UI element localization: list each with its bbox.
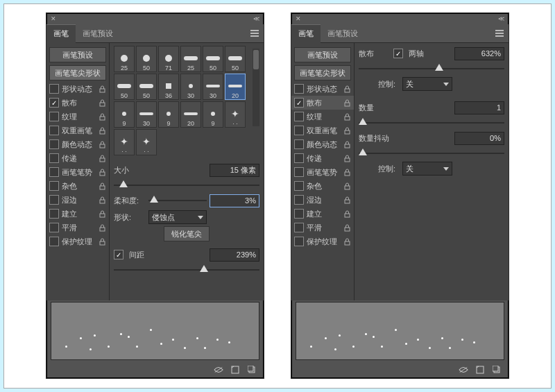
brush-preset-cell[interactable]: 50 [114, 74, 135, 100]
grid-scrollbar[interactable] [253, 49, 259, 126]
brush-preset-cell[interactable]: ✦· · [114, 129, 135, 155]
tab-brush-presets[interactable]: 画笔预设 [76, 24, 120, 42]
lock-icon[interactable] [99, 113, 106, 121]
lock-icon[interactable] [343, 238, 351, 246]
sidebar-item-2[interactable]: 纹理 [46, 110, 109, 123]
sidebar-item-10[interactable]: 平滑 [46, 221, 109, 235]
close-icon[interactable]: ✕ [296, 15, 301, 22]
brush-preset-cell[interactable]: 20 [180, 101, 201, 128]
lock-icon[interactable] [343, 127, 351, 135]
brush-preset-cell[interactable]: 50 [225, 46, 246, 72]
create-brush-icon[interactable] [492, 365, 502, 375]
sidebar-item-6[interactable]: 画笔笔势 [291, 165, 354, 179]
option-checkbox[interactable] [294, 112, 304, 121]
brush-preset-cell[interactable]: 9 [158, 101, 179, 128]
brush-preset-cell[interactable]: 30 [180, 74, 201, 100]
option-checkbox[interactable] [294, 126, 304, 135]
toggle-preview-icon[interactable] [214, 365, 223, 375]
option-checkbox[interactable] [294, 181, 304, 191]
sidebar-item-0[interactable]: 形状动态 [291, 82, 354, 96]
scatter-slider[interactable] [359, 62, 504, 75]
scatter-input[interactable]: 632% [454, 47, 504, 60]
new-preset-icon[interactable] [230, 365, 240, 375]
sidebar-item-7[interactable]: 杂色 [46, 179, 109, 193]
option-checkbox[interactable] [49, 98, 59, 108]
sidebar-item-8[interactable]: 湿边 [291, 193, 354, 207]
count-slider[interactable] [359, 117, 504, 129]
brush-preset-cell[interactable]: 30 [136, 101, 157, 128]
option-checkbox[interactable] [49, 112, 59, 121]
spacing-input[interactable]: 239% [210, 248, 259, 262]
lock-icon[interactable] [343, 155, 351, 162]
brush-preset-cell[interactable]: 30 [203, 74, 223, 100]
lock-icon[interactable] [99, 85, 106, 93]
lock-icon[interactable] [343, 169, 351, 176]
option-checkbox[interactable] [294, 153, 304, 163]
sidebar-item-1[interactable]: 散布 [46, 96, 109, 110]
sidebar-item-6[interactable]: 画笔笔势 [46, 165, 109, 179]
option-checkbox[interactable] [294, 195, 304, 205]
sidebar-item-3[interactable]: 双重画笔 [291, 123, 354, 137]
option-checkbox[interactable] [49, 139, 59, 149]
sidebar-item-9[interactable]: 建立 [291, 207, 354, 221]
new-preset-icon[interactable] [475, 365, 485, 375]
option-checkbox[interactable] [294, 84, 304, 94]
option-checkbox[interactable] [49, 195, 59, 205]
lock-icon[interactable] [99, 182, 106, 190]
sidebar-item-3[interactable]: 双重画笔 [46, 123, 109, 137]
collapse-icon[interactable]: ≪ [253, 15, 259, 22]
brush-preset-cell[interactable]: 50 [203, 46, 223, 72]
option-checkbox[interactable] [294, 167, 304, 177]
spacing-slider[interactable] [114, 264, 259, 276]
sidebar-btn-tip-shape[interactable]: 画笔笔尖形状 [49, 65, 106, 80]
create-brush-icon[interactable] [247, 365, 257, 375]
sidebar-btn-tip-shape[interactable]: 画笔笔尖形状 [294, 65, 351, 80]
option-checkbox[interactable] [49, 181, 59, 191]
option-checkbox[interactable] [49, 167, 59, 177]
close-icon[interactable]: ✕ [51, 15, 56, 22]
brush-preset-cell[interactable]: 9 [203, 101, 223, 128]
sidebar-item-5[interactable]: 传递 [46, 151, 109, 165]
sidebar-item-2[interactable]: 纹理 [291, 110, 354, 123]
lock-icon[interactable] [99, 169, 106, 176]
sharpen-tip-button[interactable]: 锐化笔尖 [164, 226, 210, 241]
panel-menu-icon[interactable] [246, 24, 264, 42]
size-input[interactable]: 15 像素 [210, 164, 259, 177]
lock-icon[interactable] [99, 99, 106, 107]
option-checkbox[interactable] [294, 209, 304, 219]
lock-icon[interactable] [343, 210, 351, 218]
brush-preset-cell[interactable]: 36 [158, 74, 179, 100]
sidebar-item-5[interactable]: 传递 [291, 151, 354, 165]
brush-preset-cell[interactable]: 20 [225, 74, 246, 100]
sidebar-item-9[interactable]: 建立 [46, 207, 109, 221]
sidebar-item-4[interactable]: 颜色动态 [291, 137, 354, 151]
lock-icon[interactable] [343, 85, 351, 93]
brush-preset-cell[interactable]: 25 [180, 46, 201, 72]
brush-preset-cell[interactable]: 50 [136, 74, 157, 100]
option-checkbox[interactable] [294, 237, 304, 246]
count-jitter-slider[interactable] [359, 147, 504, 160]
sidebar-item-0[interactable]: 形状动态 [46, 82, 109, 96]
tab-brush[interactable]: 画笔 [291, 24, 321, 43]
softness-slider[interactable] [148, 194, 207, 207]
option-checkbox[interactable] [294, 223, 304, 232]
lock-icon[interactable] [99, 210, 106, 218]
sidebar-item-11[interactable]: 保护纹理 [291, 235, 354, 248]
sidebar-btn-presets[interactable]: 画笔预设 [294, 47, 351, 62]
lock-icon[interactable] [343, 224, 351, 232]
size-slider[interactable] [114, 179, 259, 191]
lock-icon[interactable] [99, 224, 106, 232]
lock-icon[interactable] [99, 155, 106, 162]
collapse-icon[interactable]: ≪ [498, 15, 504, 22]
lock-icon[interactable] [99, 141, 106, 148]
option-checkbox[interactable] [49, 84, 59, 94]
option-checkbox[interactable] [294, 139, 304, 149]
sidebar-item-8[interactable]: 湿边 [46, 193, 109, 207]
brush-preset-cell[interactable]: 9 [114, 101, 135, 128]
shape-dropdown[interactable]: 侵蚀点 [148, 210, 207, 224]
count-jitter-input[interactable]: 0% [454, 132, 504, 145]
both-axes-checkbox[interactable] [393, 49, 403, 58]
option-checkbox[interactable] [49, 209, 59, 219]
sidebar-item-4[interactable]: 颜色动态 [46, 137, 109, 151]
option-checkbox[interactable] [49, 237, 59, 246]
